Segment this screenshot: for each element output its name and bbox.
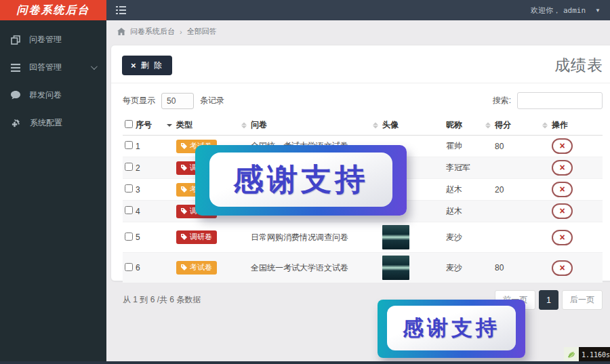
pagination-page-1-button[interactable]: 1 — [539, 290, 558, 310]
user-menu[interactable]: 欢迎你，admin ▼ — [531, 5, 601, 16]
home-icon — [117, 28, 125, 35]
row-checkbox[interactable] — [125, 141, 133, 149]
table-row: 5 调研卷 日常网购消费情况调查问卷 麦沙 × — [123, 222, 603, 253]
tag-icon — [181, 186, 187, 193]
sort-icon — [167, 124, 172, 127]
delete-row-button[interactable]: × — [552, 138, 573, 154]
row-index: 6 — [134, 253, 174, 283]
delete-row-button[interactable]: × — [552, 160, 573, 176]
row-checkbox[interactable] — [125, 184, 133, 193]
delete-row-button[interactable]: × — [552, 230, 573, 245]
sidebar-item-questionnaire-mgmt[interactable]: 问卷管理 — [0, 26, 106, 54]
card-header: × 删 除 成绩表 — [111, 45, 610, 83]
chevron-down-icon — [91, 63, 98, 70]
sidebar-item-answer-mgmt[interactable]: 回答管理 — [0, 54, 106, 81]
welcome-text: 欢迎你，admin — [531, 5, 586, 16]
sidebar-item-label: 回答管理 — [29, 62, 62, 73]
chevron-down-icon: ▼ — [595, 7, 601, 14]
sidebar: 问卷管理 回答管理 群发问卷 系统配置 — [0, 20, 106, 361]
tag-icon — [181, 165, 187, 171]
row-checkbox[interactable] — [125, 263, 133, 271]
tag-icon — [181, 234, 187, 240]
comment-icon — [11, 91, 20, 100]
score-cell — [493, 222, 550, 253]
delete-selected-button[interactable]: × 删 除 — [122, 56, 172, 75]
type-badge: 调研卷 — [176, 230, 217, 244]
search-input[interactable] — [517, 92, 603, 109]
nickname-cell: 李冠军 — [444, 157, 493, 179]
username: admin — [563, 6, 586, 15]
watermark-bottom: 感谢支持 — [378, 300, 525, 358]
sidebar-toggle-icon[interactable] — [116, 6, 126, 14]
avatar — [382, 256, 409, 280]
score-cell: 80 — [493, 253, 550, 283]
breadcrumb-separator: › — [180, 28, 182, 36]
table-controls: 每页显示 条记录 搜索: — [111, 83, 610, 115]
watermark-center: 感谢支持 — [195, 145, 407, 216]
score-cell: 20 — [493, 179, 550, 201]
column-header-score[interactable]: 得分 — [493, 115, 550, 136]
column-header-actions: 操作 — [550, 115, 603, 136]
type-badge: 考试卷 — [176, 261, 217, 275]
row-index: 2 — [134, 157, 174, 179]
bottom-edge-bar — [0, 361, 610, 364]
column-header-avatar: 头像 — [380, 115, 444, 136]
tag-icon — [181, 264, 187, 270]
delete-row-button[interactable]: × — [552, 182, 573, 197]
table-footer: 从 1 到 6 /共 6 条数据 前一页 1 后一页 — [111, 283, 610, 317]
sort-icon — [373, 122, 378, 128]
questionnaire-cell: 日常网购消费情况调查问卷 — [249, 222, 380, 253]
table-header-row: 序号 类型 问卷 头像 昵称 得分 操作 — [123, 115, 603, 136]
list-icon — [11, 64, 20, 72]
column-header-index[interactable]: 序号 — [134, 115, 174, 136]
avatar — [382, 225, 409, 249]
nickname-cell: 麦沙 — [444, 253, 493, 283]
sidebar-item-label: 问卷管理 — [29, 34, 62, 45]
sidebar-item-label: 系统配置 — [30, 117, 62, 129]
sort-icon — [542, 122, 548, 128]
sidebar-item-label: 群发问卷 — [29, 89, 62, 101]
search-label: 搜索: — [493, 95, 511, 106]
score-cell: 80 — [493, 136, 550, 157]
sidebar-item-bulk-send[interactable]: 群发问卷 — [0, 81, 106, 109]
delete-row-button[interactable]: × — [552, 260, 573, 276]
tag-icon — [181, 208, 187, 214]
sort-icon — [485, 122, 491, 128]
questionnaire-cell: 全国统一考试大学语文试卷 — [249, 253, 380, 283]
pagination-next-button[interactable]: 后一页 — [562, 290, 603, 310]
breadcrumb-home[interactable]: 问卷系统后台 — [130, 26, 175, 37]
app-logo: 问卷系统后台 — [0, 0, 106, 20]
watermark-text: 感谢支持 — [387, 306, 516, 350]
row-index: 5 — [134, 222, 174, 253]
top-navbar: 欢迎你，admin ▼ — [106, 0, 610, 20]
nickname-cell: 麦沙 — [444, 222, 493, 253]
sidebar-item-system-config[interactable]: 系统配置 — [0, 109, 106, 137]
page-size-prefix: 每页显示 — [123, 95, 155, 106]
watermark-text: 感谢支持 — [209, 153, 392, 207]
row-checkbox[interactable] — [125, 206, 133, 214]
breadcrumb-current: 全部回答 — [187, 26, 217, 37]
column-header-questionnaire[interactable]: 问卷 — [249, 115, 380, 136]
close-icon: × — [131, 60, 136, 70]
nickname-cell: 赵木 — [444, 179, 493, 201]
render-time-badge: 1.1160s — [564, 347, 610, 362]
row-index: 4 — [134, 201, 174, 222]
row-index: 1 — [134, 136, 174, 157]
copy-icon — [11, 35, 20, 45]
row-checkbox[interactable] — [125, 163, 133, 171]
column-header-type[interactable]: 类型 — [174, 115, 249, 136]
sort-icon — [241, 122, 247, 128]
row-index: 3 — [134, 179, 174, 201]
page-size-suffix: 条记录 — [200, 95, 224, 106]
records-info: 从 1 到 6 /共 6 条数据 — [123, 294, 201, 306]
delete-row-button[interactable]: × — [552, 203, 573, 219]
topbar: 问卷系统后台 欢迎你，admin ▼ — [0, 0, 610, 20]
column-header-nickname[interactable]: 昵称 — [444, 115, 493, 136]
select-all-checkbox[interactable] — [125, 120, 133, 128]
row-checkbox[interactable] — [125, 232, 133, 241]
leaf-logo-icon — [564, 347, 579, 362]
page-size-input[interactable] — [161, 93, 194, 109]
nickname-cell: 霍帅 — [444, 136, 493, 157]
breadcrumb: 问卷系统后台 › 全部回答 — [106, 20, 610, 43]
gears-icon — [11, 119, 21, 128]
